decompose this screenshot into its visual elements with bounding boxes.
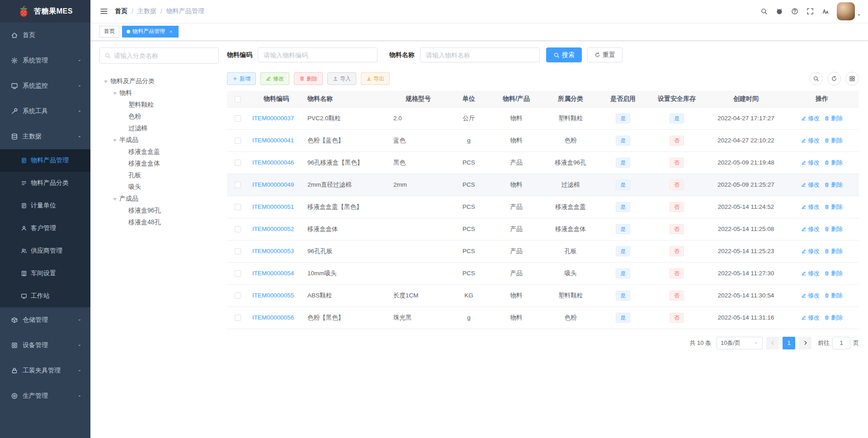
- edit-button[interactable]: 修改: [260, 72, 289, 85]
- sidebar-subitem-5[interactable]: 车间设置: [0, 262, 90, 285]
- delete-button[interactable]: 删除: [294, 72, 323, 85]
- search-button[interactable]: 搜索: [546, 47, 582, 62]
- next-page-button[interactable]: [799, 337, 811, 349]
- material-code-link[interactable]: ITEM00000046: [252, 159, 294, 166]
- row-checkbox[interactable]: [235, 137, 241, 144]
- row-checkbox[interactable]: [235, 182, 241, 188]
- tree-node[interactable]: 过滤棉: [99, 122, 219, 134]
- refresh-table-button[interactable]: [827, 72, 841, 85]
- category-search-input[interactable]: [114, 52, 214, 59]
- page-1-button[interactable]: 1: [783, 337, 795, 349]
- material-code-link[interactable]: ITEM00000041: [252, 137, 294, 144]
- hamburger-icon[interactable]: [97, 0, 111, 23]
- tab-1[interactable]: 物料产品管理: [122, 26, 179, 38]
- search-icon[interactable]: [756, 0, 772, 23]
- sidebar-item-8[interactable]: 生产管理: [0, 383, 90, 409]
- row-delete-button[interactable]: 删除: [824, 159, 843, 167]
- tree-node[interactable]: 移液盒盒盖: [99, 146, 219, 158]
- table-row[interactable]: ITEM00000041色粉【蓝色】蓝色g物料色粉是否2022-04-27 22…: [227, 129, 859, 151]
- sidebar-item-5[interactable]: 仓储管理: [0, 307, 90, 333]
- sidebar-item-7[interactable]: 工装夹具管理: [0, 358, 90, 383]
- tree-node[interactable]: 移液盒盒体: [99, 158, 219, 170]
- import-button[interactable]: 导入: [327, 72, 356, 85]
- close-tab-icon[interactable]: [167, 28, 174, 35]
- breadcrumb-item-1[interactable]: 主数据: [137, 7, 156, 15]
- row-delete-button[interactable]: 删除: [824, 203, 843, 211]
- font-size-icon[interactable]: [818, 0, 833, 23]
- row-edit-button[interactable]: 修改: [801, 181, 820, 189]
- row-edit-button[interactable]: 修改: [801, 292, 820, 300]
- sidebar-subitem-3[interactable]: 客户管理: [0, 217, 90, 240]
- material-code-link[interactable]: ITEM00000054: [252, 270, 294, 277]
- tree-node[interactable]: 物料及产品分类: [99, 75, 219, 87]
- table-row[interactable]: ITEM00000052移液盒盒体PCS产品移液盒盒体是否2022-05-14 …: [227, 218, 859, 240]
- table-row[interactable]: ITEM0000005396孔孔板PCS产品孔板是否2022-05-14 11:…: [227, 240, 859, 262]
- caret-down-icon[interactable]: [101, 75, 110, 87]
- prev-page-button[interactable]: [766, 337, 779, 349]
- sidebar-subitem-4[interactable]: 供应商管理: [0, 240, 90, 262]
- app-logo[interactable]: 苦糖果MES: [0, 0, 90, 23]
- row-edit-button[interactable]: 修改: [801, 225, 820, 233]
- table-row[interactable]: ITEM0000005410mm吸头PCS产品吸头是否2022-05-14 11…: [227, 262, 859, 284]
- sidebar-subitem-6[interactable]: 工作站: [0, 285, 90, 307]
- table-row[interactable]: ITEM00000055ABS颗粒长度1CMKG物料塑料颗粒是否2022-05-…: [227, 284, 859, 306]
- material-code-link[interactable]: ITEM00000051: [252, 203, 294, 210]
- row-checkbox[interactable]: [235, 115, 241, 122]
- row-edit-button[interactable]: 修改: [801, 159, 820, 167]
- row-checkbox[interactable]: [235, 226, 241, 232]
- toggle-search-button[interactable]: [809, 72, 823, 85]
- github-icon[interactable]: [772, 0, 787, 23]
- caret-down-icon[interactable]: [110, 193, 119, 205]
- goto-page-input[interactable]: [832, 337, 850, 349]
- row-delete-button[interactable]: 删除: [824, 114, 843, 122]
- row-checkbox[interactable]: [235, 248, 241, 254]
- sidebar-item-3[interactable]: 系统工具: [0, 99, 90, 124]
- tree-node[interactable]: 移液盒96孔: [99, 205, 219, 217]
- tree-node[interactable]: 产成品: [99, 193, 219, 205]
- material-code-link[interactable]: ITEM00000056: [252, 314, 294, 321]
- tree-node[interactable]: 移液盒48孔: [99, 217, 219, 228]
- name-filter-input[interactable]: [420, 47, 540, 62]
- material-code-link[interactable]: ITEM00000052: [252, 226, 294, 232]
- tree-node[interactable]: 物料: [99, 87, 219, 99]
- row-delete-button[interactable]: 删除: [824, 314, 843, 322]
- help-icon[interactable]: [787, 0, 802, 23]
- material-code-link[interactable]: ITEM00000037: [252, 115, 294, 122]
- row-edit-button[interactable]: 修改: [801, 247, 820, 255]
- page-size-select[interactable]: 10条/页: [717, 337, 763, 349]
- material-code-link[interactable]: ITEM00000049: [252, 181, 294, 188]
- tree-node[interactable]: 色粉: [99, 111, 219, 122]
- table-row[interactable]: ITEM00000056色粉【黑色】珠光黑g物料色粉是否2022-05-14 1…: [227, 306, 859, 329]
- row-delete-button[interactable]: 删除: [824, 181, 843, 189]
- row-edit-button[interactable]: 修改: [801, 314, 820, 322]
- sidebar-item-1[interactable]: 系统管理: [0, 48, 90, 73]
- table-row[interactable]: ITEM00000051移液盒盒盖【黑色】PCS产品移液盒盒盖是否2022-05…: [227, 196, 859, 218]
- sidebar-subitem-1[interactable]: 物料产品分类: [0, 172, 90, 194]
- sidebar-item-6[interactable]: 设备管理: [0, 333, 90, 358]
- caret-down-icon[interactable]: [110, 87, 119, 99]
- row-delete-button[interactable]: 删除: [824, 137, 843, 145]
- breadcrumb-item-0[interactable]: 首页: [115, 7, 127, 15]
- column-settings-button[interactable]: [845, 72, 859, 85]
- row-checkbox[interactable]: [235, 160, 241, 166]
- sidebar-subitem-0[interactable]: 物料产品管理: [0, 149, 90, 172]
- row-checkbox[interactable]: [235, 204, 241, 210]
- sidebar-item-2[interactable]: 系统监控: [0, 73, 90, 99]
- material-code-link[interactable]: ITEM00000055: [252, 292, 294, 299]
- add-button[interactable]: 新增: [227, 72, 256, 85]
- tab-0[interactable]: 首页: [99, 26, 119, 38]
- reset-button[interactable]: 重置: [587, 47, 623, 62]
- tree-node[interactable]: 塑料颗粒: [99, 99, 219, 111]
- row-delete-button[interactable]: 删除: [824, 225, 843, 233]
- export-button[interactable]: 导出: [361, 72, 390, 85]
- fullscreen-icon[interactable]: [802, 0, 818, 23]
- user-menu[interactable]: [837, 2, 862, 20]
- select-all-checkbox[interactable]: [235, 96, 241, 103]
- sidebar-subitem-2[interactable]: 计量单位: [0, 194, 90, 217]
- row-delete-button[interactable]: 删除: [824, 247, 843, 255]
- row-edit-button[interactable]: 修改: [801, 114, 820, 122]
- code-filter-input[interactable]: [258, 47, 377, 62]
- row-edit-button[interactable]: 修改: [801, 269, 820, 278]
- table-row[interactable]: ITEM00000037PVC2.0颗粒2.0公斤物料塑料颗粒是是2022-04…: [227, 107, 859, 129]
- caret-down-icon[interactable]: [110, 134, 119, 146]
